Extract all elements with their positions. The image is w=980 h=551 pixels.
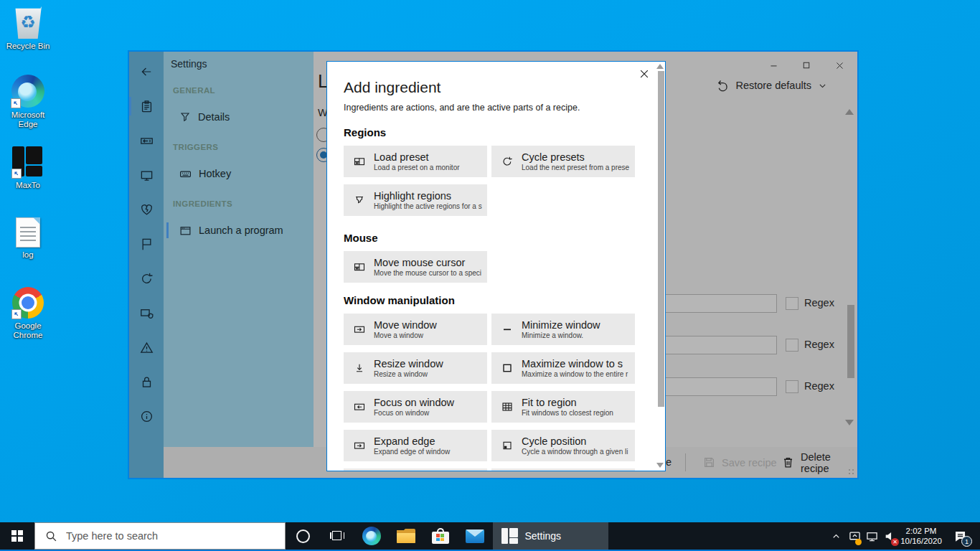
ingredient-resize-window[interactable]: Resize window Resize a window — [344, 352, 487, 384]
focus-window-icon — [354, 401, 365, 413]
scroll-up-arrow[interactable] — [656, 64, 664, 69]
taskbar-search[interactable] — [34, 522, 286, 550]
nav-item-launch-a-program[interactable]: Launch a program — [164, 220, 314, 241]
filter-icon — [179, 111, 191, 123]
scroll-down-arrow[interactable] — [656, 463, 664, 468]
notification-count-badge: 1 — [961, 536, 972, 547]
desktop-icon-recycle-bin[interactable]: ♻ Recycle Bin — [1, 6, 55, 51]
network-icon — [866, 530, 878, 542]
ingredient-load-preset[interactable]: Load preset Load a preset on a monitor — [344, 146, 487, 177]
regex-checkbox[interactable] — [786, 339, 798, 352]
taskbar-task-view-button[interactable] — [320, 522, 354, 550]
store-icon — [432, 528, 449, 544]
taskbar-store-button[interactable] — [423, 522, 458, 550]
nav-section-label: INGREDIENTS — [173, 199, 232, 208]
resize-window-icon — [354, 362, 365, 374]
nav-item-details[interactable]: Details — [164, 106, 314, 128]
tray-maxto-status-icon[interactable] — [846, 522, 863, 550]
window-close-button[interactable] — [823, 56, 856, 75]
nav-item-hotkey[interactable]: Hotkey — [164, 163, 314, 184]
taskbar-task-settings[interactable]: Settings — [493, 522, 608, 550]
rail-item-health[interactable] — [129, 195, 164, 224]
rail-item-monitors[interactable] — [129, 161, 164, 189]
save-recipe-button[interactable]: Save recipe — [703, 447, 777, 478]
ingredient-focus-on-window[interactable]: Focus on window Focus on window — [344, 391, 487, 423]
maximize-window-icon — [501, 362, 513, 374]
heart-icon — [140, 203, 154, 217]
rail-item-triggers[interactable] — [129, 126, 164, 155]
ingredient-minimize-window[interactable]: Minimize window Minimize a window. — [491, 314, 635, 345]
action-center-button[interactable]: 1 — [946, 522, 974, 550]
ingredient-grid: Move window Move a window Minimize windo… — [344, 314, 639, 471]
desktop-icon-maxto[interactable]: MaxTo — [1, 146, 55, 190]
info-icon — [140, 410, 154, 423]
ingredient-cycle-position[interactable]: Cycle position Cycle a window through a … — [491, 430, 635, 461]
dialog-scrollbar[interactable] — [655, 62, 665, 471]
window-maximize-button[interactable] — [790, 56, 823, 75]
content-scroll-up[interactable] — [845, 109, 854, 115]
ingredient-grid: Load preset Load a preset on a monitor C… — [344, 146, 639, 216]
cycle-position-icon — [501, 440, 513, 451]
regex-checkbox[interactable] — [786, 380, 798, 393]
ingredient-partial[interactable] — [344, 468, 487, 471]
desktop-icon-google-chrome[interactable]: Google Chrome — [1, 287, 55, 340]
clipped-button-text: e — [666, 456, 672, 468]
trash-icon — [782, 456, 794, 468]
ingredient-move-mouse-cursor[interactable]: Move mouse cursor Move the mouse cursor … — [344, 251, 487, 283]
rail-item-flags[interactable] — [129, 230, 164, 258]
rail-item-recipes[interactable] — [129, 92, 164, 121]
file-explorer-icon — [397, 529, 415, 543]
nav-section-label: GENERAL — [173, 86, 215, 95]
regex-checkbox[interactable] — [786, 297, 798, 310]
window-rail — [129, 52, 164, 478]
rail-item-security[interactable] — [129, 367, 164, 396]
ingredient-maximize-window-to-s[interactable]: Maximize window to s Maximize a window t… — [491, 352, 635, 384]
task-view-icon — [330, 530, 344, 542]
rail-item-alerts[interactable] — [129, 333, 164, 362]
maxto-taskbar-icon — [501, 528, 518, 545]
add-ingredient-dialog: Add ingredient Ingredients are actions, … — [326, 61, 666, 471]
scroll-thumb[interactable] — [658, 71, 664, 407]
save-icon — [703, 456, 715, 468]
minimize-window-icon — [501, 324, 513, 335]
window-minimize-button[interactable] — [757, 56, 790, 75]
ingredient-expand-edge[interactable]: Expand edge Expand edge of window — [344, 430, 487, 461]
tray-show-hidden-icons[interactable] — [827, 522, 844, 550]
content-scroll-thumb[interactable] — [847, 305, 854, 378]
shortcut-arrow-icon — [11, 309, 22, 319]
ingredient-fit-to-region[interactable]: Fit to region Fit windows to closest reg… — [491, 391, 635, 423]
taskbar-cortana-button[interactable] — [286, 522, 320, 550]
desktop-icon-log[interactable]: log — [1, 217, 55, 260]
resize-grip[interactable] — [848, 468, 855, 476]
taskbar-file-explorer-button[interactable] — [389, 522, 423, 550]
desktop-icon-microsoft-edge[interactable]: Microsoft Edge — [1, 75, 55, 129]
tray-network-icon[interactable] — [863, 522, 880, 550]
taskbar-mail-button[interactable] — [458, 522, 492, 550]
rail-item-updates[interactable] — [129, 264, 164, 293]
start-button[interactable] — [0, 522, 34, 550]
taskbar-edge-button[interactable] — [354, 522, 389, 550]
rail-item-back[interactable] — [129, 57, 164, 86]
dialog-title: Add ingredient — [344, 79, 639, 96]
tray-volume-icon[interactable]: ✕ — [880, 522, 899, 550]
dialog-close-icon[interactable] — [639, 69, 649, 79]
ingredient-move-window[interactable]: Move window Move a window — [344, 314, 487, 345]
delete-recipe-button[interactable]: Delete recipe — [782, 447, 857, 478]
tray-clock[interactable]: 2:02 PM 10/16/2020 — [899, 522, 943, 550]
ingredient-cycle-presets[interactable]: Cycle presets Load the next preset from … — [491, 146, 635, 177]
divider — [685, 453, 686, 471]
search-input[interactable] — [66, 530, 285, 542]
rail-item-devices[interactable] — [129, 298, 164, 327]
rail-item-about[interactable] — [129, 402, 164, 430]
ingredient-section-heading: Mouse — [344, 232, 639, 244]
close-icon — [835, 61, 844, 70]
settings-nav-pane: Settings GENERAL DetailsTRIGGERS HotkeyI… — [164, 52, 314, 448]
content-scroll-down[interactable] — [845, 420, 854, 425]
refresh-icon — [140, 272, 154, 286]
ingredient-highlight-regions[interactable]: Highlight regions Highlight the active r… — [344, 184, 487, 216]
nav-section-label: TRIGGERS — [173, 143, 218, 151]
restore-defaults-button[interactable]: Restore defaults — [716, 79, 827, 92]
ingredient-partial[interactable] — [491, 468, 635, 471]
chevron-down-icon — [818, 81, 827, 90]
program-window-icon — [179, 225, 192, 237]
